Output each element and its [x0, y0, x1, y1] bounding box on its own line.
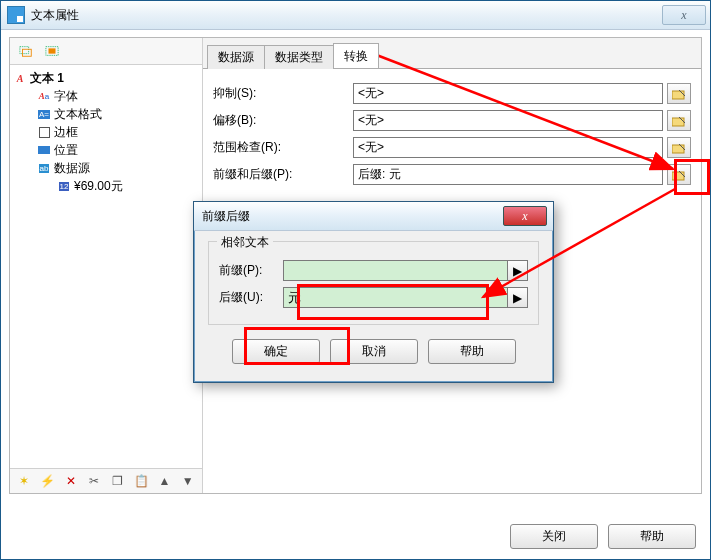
tree-item-label: 文本格式	[54, 106, 102, 123]
paste-icon: 📋	[134, 474, 149, 488]
edit-range-button[interactable]	[667, 137, 691, 158]
suffix-menu-button[interactable]: ▶	[508, 287, 528, 308]
select-all-icon	[45, 45, 59, 57]
tree-item-datasource[interactable]: ab 数据源	[12, 159, 200, 177]
cut-button[interactable]: ✂	[84, 470, 104, 492]
up-icon: ▲	[158, 474, 170, 488]
tree-root-label: 文本 1	[30, 70, 64, 87]
row-affix: 前缀和后缀(P): 后缀: 元	[213, 164, 691, 185]
tree-item-label: 边框	[54, 124, 78, 141]
dialog-titlebar: 前缀后缀 x	[194, 202, 553, 231]
value-icon: 12	[56, 179, 72, 193]
tab-datasource[interactable]: 数据源	[207, 45, 265, 69]
dialog-help-button[interactable]: 帮助	[428, 339, 516, 364]
app-icon	[7, 6, 25, 24]
group-legend: 相邻文本	[217, 234, 273, 251]
tree-item-position[interactable]: 位置	[12, 141, 200, 159]
tree-item-label: 位置	[54, 142, 78, 159]
folder-edit-icon	[672, 169, 686, 181]
border-icon	[36, 125, 52, 139]
label-suppress: 抑制(S):	[213, 85, 353, 102]
edit-affix-button[interactable]	[667, 164, 691, 185]
select-mode-1-button[interactable]	[14, 40, 38, 62]
copy-button[interactable]: ❐	[108, 470, 128, 492]
format-icon: A=	[36, 107, 52, 121]
tree-item-format[interactable]: A= 文本格式	[12, 105, 200, 123]
left-toolbar-bottom: ✶ ⚡ ✕ ✂ ❐ 📋 ▲ ▼	[10, 468, 202, 493]
window-close-button[interactable]: x	[662, 5, 706, 25]
svg-rect-3	[49, 48, 56, 53]
move-up-button[interactable]: ▲	[154, 470, 174, 492]
label-prefix: 前缀(P):	[219, 262, 283, 279]
svg-rect-7	[672, 172, 684, 180]
cancel-button[interactable]: 取消	[330, 339, 418, 364]
label-affix: 前缀和后缀(P):	[213, 166, 353, 183]
tab-page-transform: 抑制(S): <无> 偏移(B): <无> 范围检查(R): <无>	[203, 69, 701, 199]
wand-icon: ✶	[19, 474, 29, 488]
position-icon	[36, 143, 52, 157]
adjacent-text-group: 相邻文本 前缀(P): ▶ 后缀(U): ▶	[208, 241, 539, 325]
prefix-menu-button[interactable]: ▶	[508, 260, 528, 281]
folder-edit-icon	[672, 142, 686, 154]
cut-icon: ✂	[89, 474, 99, 488]
dialog-title: 前缀后缀	[202, 208, 250, 225]
field-affix[interactable]: 后缀: 元	[353, 164, 663, 185]
label-offset: 偏移(B):	[213, 112, 353, 129]
dialog-buttons: 确定 取消 帮助	[208, 335, 539, 376]
paste-button[interactable]: 📋	[131, 470, 151, 492]
svg-rect-6	[672, 145, 684, 153]
down-icon: ▼	[182, 474, 194, 488]
wizard-button[interactable]: ⚡	[37, 470, 57, 492]
folder-edit-icon	[672, 88, 686, 100]
row-suppress: 抑制(S): <无>	[213, 83, 691, 104]
tree-item-border[interactable]: 边框	[12, 123, 200, 141]
row-offset: 偏移(B): <无>	[213, 110, 691, 131]
tab-datatype[interactable]: 数据类型	[264, 45, 334, 69]
tree-item-label: 数据源	[54, 160, 90, 177]
copy-icon: ❐	[112, 474, 123, 488]
delete-icon: ✕	[66, 474, 76, 488]
dialog-body: 相邻文本 前缀(P): ▶ 后缀(U): ▶ 确定 取消 帮助	[194, 231, 553, 382]
datasource-icon: ab	[36, 161, 52, 175]
text-icon: A	[12, 71, 28, 85]
prefix-input[interactable]	[283, 260, 508, 281]
help-button[interactable]: 帮助	[608, 524, 696, 549]
label-suffix: 后缀(U):	[219, 289, 283, 306]
svg-rect-0	[20, 47, 29, 54]
ok-button[interactable]: 确定	[232, 339, 320, 364]
svg-rect-1	[23, 49, 32, 56]
dialog-close-button[interactable]: x	[503, 206, 547, 226]
row-range: 范围检查(R): <无>	[213, 137, 691, 158]
tree-root[interactable]: A 文本 1	[12, 69, 200, 87]
select-mode-2-button[interactable]	[40, 40, 64, 62]
titlebar: 文本属性 x	[1, 1, 710, 30]
wand2-icon: ⚡	[40, 474, 55, 488]
row-prefix: 前缀(P): ▶	[219, 260, 528, 281]
main-window: 文本属性 x A 文本 1 Aa 字体	[0, 0, 711, 560]
suffix-input[interactable]	[283, 287, 508, 308]
edit-suppress-button[interactable]	[667, 83, 691, 104]
edit-offset-button[interactable]	[667, 110, 691, 131]
footer-buttons: 关闭 帮助	[510, 524, 696, 549]
field-offset[interactable]: <无>	[353, 110, 663, 131]
property-tree[interactable]: A 文本 1 Aa 字体 A= 文本格式	[10, 65, 202, 468]
move-down-button[interactable]: ▼	[178, 470, 198, 492]
label-range: 范围检查(R):	[213, 139, 353, 156]
field-suppress[interactable]: <无>	[353, 83, 663, 104]
new-button[interactable]: ✶	[14, 470, 34, 492]
tree-leaf-label: ¥69.00元	[74, 178, 123, 195]
tree-leaf-value[interactable]: 12 ¥69.00元	[12, 177, 200, 195]
delete-button[interactable]: ✕	[61, 470, 81, 492]
window-title: 文本属性	[31, 7, 662, 24]
close-button[interactable]: 关闭	[510, 524, 598, 549]
svg-rect-4	[672, 91, 684, 99]
tree-item-font[interactable]: Aa 字体	[12, 87, 200, 105]
tree-item-label: 字体	[54, 88, 78, 105]
folder-edit-icon	[672, 115, 686, 127]
font-icon: Aa	[36, 89, 52, 103]
play-icon: ▶	[513, 264, 522, 278]
tab-transform[interactable]: 转换	[333, 43, 379, 68]
field-range[interactable]: <无>	[353, 137, 663, 158]
play-icon: ▶	[513, 291, 522, 305]
select-icon	[19, 45, 33, 57]
